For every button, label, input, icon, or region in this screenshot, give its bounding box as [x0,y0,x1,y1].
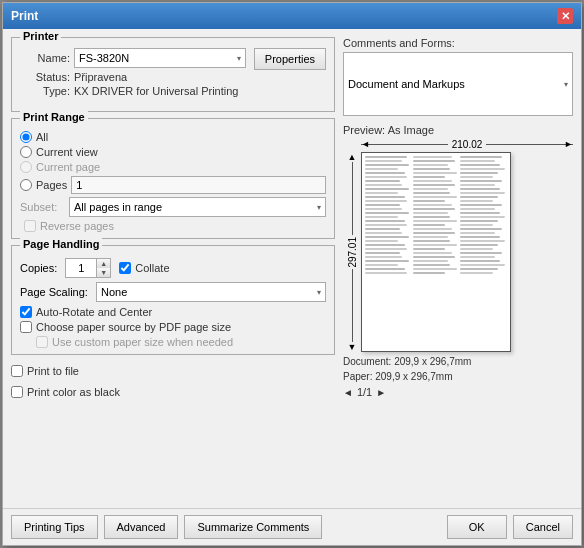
subset-arrow: ▾ [317,203,321,212]
reverse-row: Reverse pages [20,220,326,232]
collate-checkbox[interactable] [119,262,131,274]
copies-spin-down[interactable]: ▼ [96,268,110,277]
advanced-button[interactable]: Advanced [104,515,179,539]
custom-size-label: Use custom paper size when needed [52,336,233,348]
document-info: Document: 209,9 x 296,7mm [343,356,573,367]
auto-rotate-label: Auto-Rotate and Center [36,306,152,318]
bottom-right-buttons: OK Cancel [447,515,573,539]
title-bar: Print ✕ [3,3,581,29]
copies-spin-up[interactable]: ▲ [96,259,110,268]
bottom-bar: Printing Tips Advanced Summarize Comment… [3,508,581,545]
scaling-value: None [101,286,127,298]
page-handling-group: Page Handling Copies: ▲ ▼ Collat [11,245,335,355]
current-page-label: Current page [36,161,100,173]
current-page-radio[interactable] [20,161,32,173]
comments-forms-select[interactable]: Document and Markups ▾ [343,52,573,116]
next-page-btn[interactable]: ► [376,387,386,398]
type-label: Type: [20,85,70,97]
close-button[interactable]: ✕ [557,8,573,24]
auto-rotate-row: Auto-Rotate and Center [20,306,326,318]
properties-button[interactable]: Properties [254,48,326,70]
subset-select[interactable]: All pages in range ▾ [69,197,326,217]
preview-col-3 [460,156,507,348]
status-label: Status: [20,71,70,83]
all-radio[interactable] [20,131,32,143]
comments-arrow: ▾ [564,80,568,89]
print-range-group: Print Range All Current view Current pag… [11,118,335,239]
preview-col-2 [413,156,460,348]
width-arrow-row: ◄ 210.02 ► [361,139,573,150]
copies-input[interactable] [66,259,96,277]
comments-forms-area: Comments and Forms: Document and Markups… [343,37,573,116]
scaling-arrow: ▾ [317,288,321,297]
left-panel: Printer Name: FS-3820N ▾ Stat [11,37,335,398]
height-arrow-line [352,162,353,235]
printer-info: Name: FS-3820N ▾ Status: Připravena [20,48,246,99]
height-value: 297.01 [347,235,358,270]
preview-main-row: ▲ 297.01 ▼ [343,152,573,352]
page-indicator: ◄ 1/1 ► [343,386,573,398]
preview-col-1 [365,156,412,348]
printer-status-row: Status: Připravena [20,71,246,83]
current-page-row: Current page [20,161,326,173]
height-arrow-line2 [352,269,353,342]
print-dialog: Print ✕ Printer Name: FS-3820N [2,2,582,546]
choose-paper-label: Choose paper source by PDF page size [36,321,231,333]
subset-row: Subset: All pages in range ▾ [20,197,326,217]
print-color-label: Print color as black [27,386,120,398]
auto-rotate-checkbox[interactable] [20,306,32,318]
paper-info: Paper: 209,9 x 296,7mm [343,371,573,382]
page-handling-label: Page Handling [20,238,102,250]
printer-name-select[interactable]: FS-3820N ▾ [74,48,246,68]
pages-label: Pages [36,179,67,191]
bottom-left-buttons: Printing Tips Advanced Summarize Comment… [11,515,441,539]
width-arrow-line: ◄ [361,144,448,145]
copies-input-wrap: ▲ ▼ [65,258,111,278]
current-view-row: Current view [20,146,326,158]
preview-label: Preview: As Image [343,124,573,136]
comments-forms-label: Comments and Forms: [343,37,573,49]
printer-type-row: Type: KX DRIVER for Universal Printing [20,85,246,97]
custom-size-checkbox[interactable] [36,336,48,348]
collate-row: Collate [119,262,169,274]
type-value: KX DRIVER for Universal Printing [74,85,238,97]
choose-paper-checkbox[interactable] [20,321,32,333]
height-arrow-col: ▲ 297.01 ▼ [343,152,361,352]
scaling-label: Page Scaling: [20,286,92,298]
printer-name-row: Name: FS-3820N ▾ [20,48,246,68]
copies-spinner: ▲ ▼ [96,259,110,277]
print-to-file-checkbox[interactable] [11,365,23,377]
window-title: Print [11,9,38,23]
subset-value: All pages in range [74,201,162,213]
current-view-label: Current view [36,146,98,158]
dialog-content: Printer Name: FS-3820N ▾ Stat [3,29,581,508]
print-to-file-row: Print to file [11,365,335,377]
scaling-select[interactable]: None ▾ [96,282,326,302]
summarize-comments-button[interactable]: Summarize Comments [184,515,322,539]
pages-radio[interactable] [20,179,32,191]
width-value: 210.02 [448,139,487,150]
printer-header-row: Name: FS-3820N ▾ Status: Připravena [20,48,326,99]
printer-group-label: Printer [20,30,61,42]
print-color-checkbox[interactable] [11,386,23,398]
reverse-label: Reverse pages [40,220,114,232]
print-color-row: Print color as black [11,386,335,398]
print-to-file-label: Print to file [27,365,79,377]
printer-group: Printer Name: FS-3820N ▾ Stat [11,37,335,112]
printing-tips-button[interactable]: Printing Tips [11,515,98,539]
ok-button[interactable]: OK [447,515,507,539]
scaling-row: Page Scaling: None ▾ [20,282,326,302]
prev-page-btn[interactable]: ◄ [343,387,353,398]
reverse-checkbox[interactable] [24,220,36,232]
copies-label: Copies: [20,262,57,274]
print-range-label: Print Range [20,111,88,123]
current-view-radio[interactable] [20,146,32,158]
preview-area: Preview: As Image ◄ 210.02 ► [343,124,573,398]
all-label: All [36,131,48,143]
custom-size-row: Use custom paper size when needed [20,336,326,348]
right-panel: Comments and Forms: Document and Markups… [343,37,573,398]
pages-input[interactable] [71,176,326,194]
cancel-button[interactable]: Cancel [513,515,573,539]
width-arrow-line2: ► [486,144,573,145]
name-label: Name: [20,52,70,64]
